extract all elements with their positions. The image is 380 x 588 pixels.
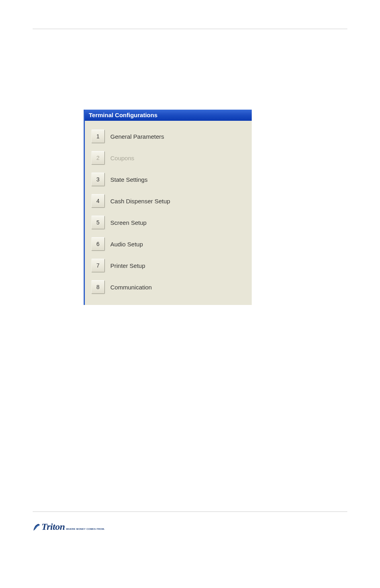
menu-item-label: Coupons (110, 155, 134, 161)
menu-number-button[interactable]: 6 (91, 237, 105, 251)
menu-item-label: Printer Setup (110, 262, 145, 269)
menu-body: 1 General Parameters 2 Coupons 3 State S… (85, 121, 252, 305)
menu-number: 6 (96, 241, 100, 247)
window-title: Terminal Configurations (89, 112, 157, 118)
menu-number-button[interactable]: 3 (91, 173, 105, 186)
menu-item-general-parameters[interactable]: 1 General Parameters (85, 126, 252, 147)
menu-item-cash-dispenser-setup[interactable]: 4 Cash Dispenser Setup (85, 190, 252, 212)
menu-number-button[interactable]: 8 (91, 280, 105, 294)
brand-tagline: WHERE MONEY COMES FROM. (66, 528, 105, 530)
brand-logo: Triton WHERE MONEY COMES FROM. (33, 521, 105, 532)
menu-item-label: Audio Setup (110, 241, 143, 248)
menu-number: 2 (96, 155, 100, 161)
menu-number-button[interactable]: 4 (91, 194, 105, 208)
menu-number-button[interactable]: 1 (91, 130, 105, 143)
window-titlebar: Terminal Configurations (85, 110, 252, 121)
menu-item-printer-setup[interactable]: 7 Printer Setup (85, 255, 252, 276)
menu-item-screen-setup[interactable]: 5 Screen Setup (85, 212, 252, 233)
menu-number-button[interactable]: 5 (91, 216, 105, 229)
menu-number: 4 (96, 198, 100, 204)
menu-item-label: Cash Dispenser Setup (110, 198, 170, 205)
menu-number-button[interactable]: 7 (91, 259, 105, 272)
brand-name: Triton (41, 521, 65, 532)
menu-item-coupons: 2 Coupons (85, 147, 252, 169)
menu-item-audio-setup[interactable]: 6 Audio Setup (85, 233, 252, 255)
menu-item-label: Communication (110, 284, 152, 291)
menu-item-label: General Parameters (110, 133, 164, 140)
menu-number: 7 (96, 262, 100, 269)
menu-item-label: State Settings (110, 176, 147, 183)
triton-swoosh-icon (33, 523, 41, 531)
top-divider (33, 29, 347, 29)
menu-number: 8 (96, 284, 100, 290)
menu-item-state-settings[interactable]: 3 State Settings (85, 169, 252, 190)
menu-item-communication[interactable]: 8 Communication (85, 276, 252, 298)
menu-number: 1 (96, 133, 100, 140)
bottom-divider (33, 511, 347, 512)
menu-item-label: Screen Setup (110, 219, 147, 226)
terminal-configurations-window: Terminal Configurations 1 General Parame… (84, 110, 252, 305)
menu-number: 5 (96, 219, 100, 226)
menu-number: 3 (96, 176, 100, 183)
menu-number-button: 2 (91, 151, 105, 165)
